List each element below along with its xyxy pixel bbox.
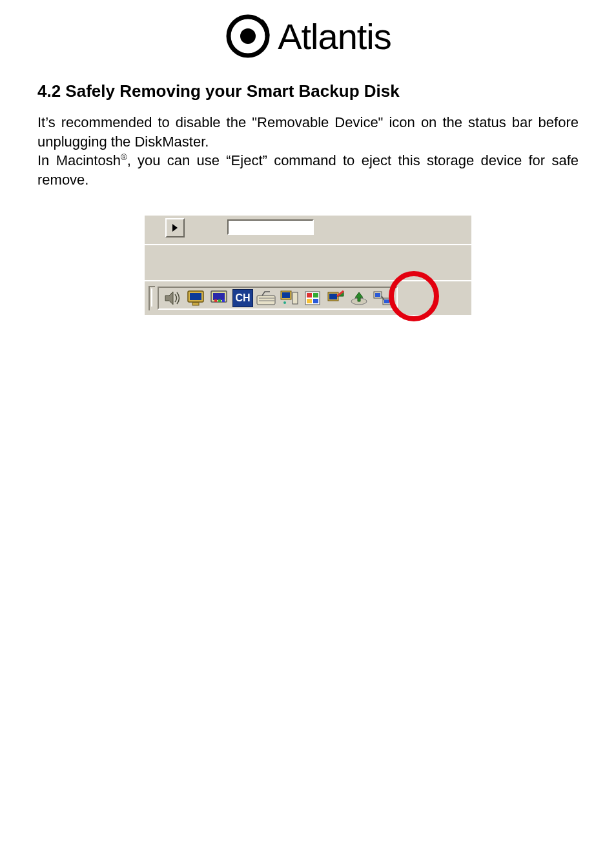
- svg-rect-10: [222, 299, 225, 302]
- input-field-fragment[interactable]: [227, 219, 314, 235]
- volume-icon[interactable]: [163, 289, 183, 307]
- svg-marker-2: [165, 292, 173, 305]
- section-heading: 4.2 Safely Removing your Smart Backup Di…: [37, 81, 579, 101]
- display-icon[interactable]: [186, 289, 207, 307]
- network-icon[interactable]: [372, 289, 393, 307]
- logo-text: Atlantis: [278, 15, 391, 57]
- svg-point-17: [283, 301, 286, 304]
- svg-rect-5: [192, 303, 199, 305]
- language-label: CH: [232, 289, 253, 307]
- logo: Atlantis: [37, 13, 579, 62]
- svg-rect-15: [282, 292, 290, 298]
- scroll-right-button[interactable]: [165, 218, 185, 237]
- system-tray: CH: [145, 280, 471, 315]
- computer-icon[interactable]: [279, 289, 300, 307]
- scrollbar-fragment: [147, 218, 185, 241]
- paragraph-2: In Macintosh®, you can use “Eject” comma…: [37, 151, 579, 189]
- svg-rect-19: [307, 293, 312, 298]
- paragraph-2-text-a: In Macintosh: [37, 152, 121, 168]
- monitor-settings-icon[interactable]: [209, 289, 230, 307]
- taskbar-screenshot: CH: [145, 216, 471, 315]
- document-page: Atlantis 4.2 Safely Removing your Smart …: [0, 0, 616, 341]
- svg-rect-27: [375, 293, 380, 297]
- svg-point-1: [240, 28, 256, 44]
- svg-rect-8: [214, 299, 217, 302]
- svg-rect-4: [190, 293, 201, 300]
- language-indicator[interactable]: CH: [232, 289, 253, 307]
- svg-rect-29: [384, 299, 389, 303]
- screenshot-row-2: [145, 244, 471, 280]
- keyboard-icon[interactable]: [256, 289, 276, 307]
- svg-rect-22: [313, 299, 318, 303]
- screenshot-row-1: [145, 216, 471, 244]
- svg-rect-16: [293, 292, 298, 304]
- svg-rect-11: [257, 296, 275, 305]
- svg-rect-24: [329, 294, 337, 299]
- tray-grip[interactable]: [149, 286, 155, 310]
- safely-remove-hardware-icon[interactable]: [349, 289, 369, 307]
- svg-rect-9: [218, 299, 221, 302]
- atlantis-mark-icon: [225, 13, 271, 59]
- paragraph-1: It’s recommended to disable the "Removab…: [37, 113, 579, 151]
- svg-rect-20: [313, 293, 318, 298]
- svg-rect-7: [213, 293, 225, 300]
- registered-mark: ®: [121, 152, 127, 162]
- antivirus-icon[interactable]: [325, 289, 346, 307]
- utility-icon[interactable]: [302, 289, 323, 307]
- paragraph-1-text: It’s recommended to disable the "Removab…: [37, 114, 579, 150]
- svg-rect-21: [307, 299, 312, 303]
- tray-well: CH: [158, 287, 398, 310]
